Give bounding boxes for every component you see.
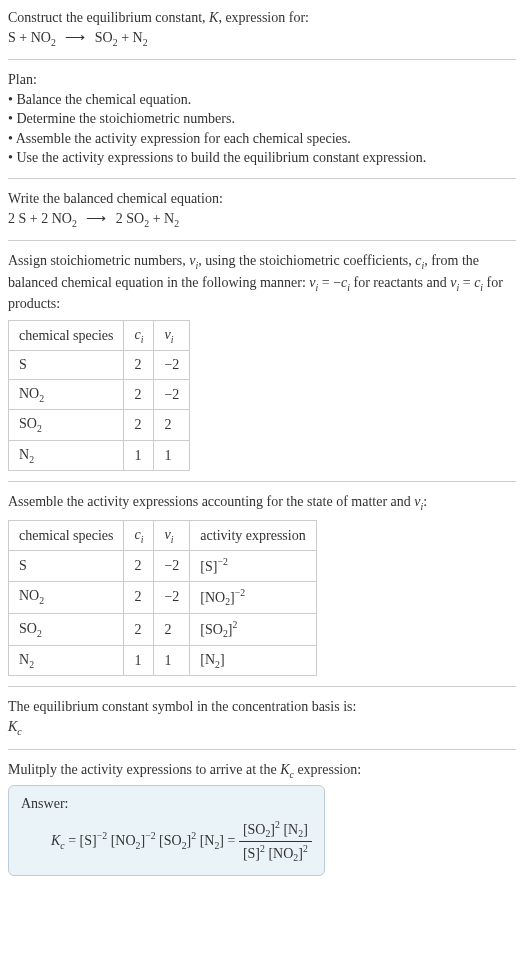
equals: = [227, 832, 238, 847]
species-cell: SO2 [9, 613, 124, 645]
term: ] [303, 821, 308, 836]
table-header-row: chemical species ci νi activity expressi… [9, 520, 317, 551]
table-row: S 2 −2 [9, 351, 190, 380]
col-ci: ci [124, 320, 154, 351]
expr: [SO [200, 621, 223, 636]
term: [SO [243, 821, 266, 836]
superscript: −2 [235, 587, 245, 598]
nui-cell: 2 [154, 613, 190, 645]
expr: [N [200, 652, 215, 667]
equals: = [65, 832, 80, 847]
assign-block: Assign stoichiometric numbers, νi, using… [8, 251, 516, 314]
text: Assign stoichiometric numbers, [8, 253, 189, 268]
answer-label: Answer: [21, 794, 312, 814]
expr: ] [220, 652, 225, 667]
subscript: i [171, 534, 174, 545]
species-cell: N2 [9, 440, 124, 471]
plan-item: • Balance the chemical equation. [8, 90, 516, 110]
term: [NO [268, 845, 293, 860]
term: [N [283, 821, 298, 836]
table-row: N2 1 1 [N2] [9, 645, 317, 676]
rhs: + N [118, 30, 143, 45]
subscript: 2 [39, 595, 44, 606]
species-cell: N2 [9, 645, 124, 676]
text: = [459, 275, 474, 290]
text: Mulitply the activity expressions to arr… [8, 762, 280, 777]
species-text: SO [19, 621, 37, 636]
subscript: 2 [174, 217, 179, 228]
nui-cell: −2 [154, 581, 190, 613]
unbalanced-equation: S + NO2 ⟶ SO2 + N2 [8, 28, 516, 50]
nui-cell: 1 [154, 440, 190, 471]
balanced-equation: 2 S + 2 NO2 ⟶ 2 SO2 + N2 [8, 209, 516, 231]
divider [8, 59, 516, 60]
superscript: −2 [97, 830, 107, 841]
term: [NO [111, 832, 136, 847]
ci-cell: 2 [124, 351, 154, 380]
text: : [423, 494, 427, 509]
divider [8, 749, 516, 750]
superscript: −2 [145, 830, 155, 841]
species-text: S [19, 357, 27, 372]
species-cell: S [9, 351, 124, 380]
plan-title: Plan: [8, 70, 516, 90]
species-text: SO [19, 416, 37, 431]
subscript: 2 [37, 423, 42, 434]
species-cell: SO2 [9, 410, 124, 441]
text: Assemble the activity expressions accoun… [8, 494, 414, 509]
ci-cell: 2 [124, 613, 154, 645]
rhs: SO [95, 30, 113, 45]
col-nui: νi [154, 320, 190, 351]
balanced-block: Write the balanced chemical equation: 2 … [8, 189, 516, 230]
species-cell: NO2 [9, 379, 124, 410]
subscript: i [141, 534, 144, 545]
subscript: 2 [72, 217, 77, 228]
activity-table: chemical species ci νi activity expressi… [8, 520, 317, 677]
subscript: 2 [143, 36, 148, 47]
plan-item: • Assemble the activity expression for e… [8, 129, 516, 149]
rhs: + N [149, 211, 174, 226]
ci-cell: 2 [124, 551, 154, 581]
table-row: SO2 2 2 [9, 410, 190, 441]
subscript: i [171, 334, 174, 345]
nui-cell: −2 [154, 351, 190, 380]
term: [S] [80, 832, 97, 847]
term: [S] [243, 845, 260, 860]
species-text: NO [19, 386, 39, 401]
table-header-row: chemical species ci νi [9, 320, 190, 351]
rhs: 2 SO [116, 211, 144, 226]
lhs: S + NO [8, 30, 51, 45]
text: expression: [294, 762, 361, 777]
nui-cell: −2 [154, 379, 190, 410]
subscript: 2 [51, 36, 56, 47]
K-symbol: K [280, 762, 289, 777]
answer-expression: Kc = [S]−2 [NO2]−2 [SO2]2 [N2] = [SO2]2 … [21, 814, 312, 865]
answer-box: Answer: Kc = [S]−2 [NO2]−2 [SO2]2 [N2] =… [8, 785, 325, 876]
ci-cell: 2 [124, 581, 154, 613]
nui-cell: 1 [154, 645, 190, 676]
table-row: S 2 −2 [S]−2 [9, 551, 317, 581]
col-species: chemical species [9, 320, 124, 351]
text: = − [318, 275, 341, 290]
stoich-table: chemical species ci νi S 2 −2 NO2 2 −2 S… [8, 320, 190, 472]
table-row: NO2 2 −2 [9, 379, 190, 410]
subscript: 2 [29, 659, 34, 670]
species-text: N [19, 652, 29, 667]
arrow-icon: ⟶ [80, 211, 112, 226]
assemble-text: Assemble the activity expressions accoun… [8, 492, 516, 514]
term: [SO [159, 832, 182, 847]
lhs: 2 S + 2 NO [8, 211, 72, 226]
divider [8, 240, 516, 241]
ksymbol-text: The equilibrium constant symbol in the c… [8, 697, 516, 717]
plan-block: Plan: • Balance the chemical equation. •… [8, 70, 516, 168]
species-cell: S [9, 551, 124, 581]
plan-item: • Use the activity expressions to build … [8, 148, 516, 168]
activity-cell: [N2] [190, 645, 316, 676]
denominator: [S]2 [NO2]2 [239, 842, 312, 865]
divider [8, 481, 516, 482]
col-ci: ci [124, 520, 154, 551]
activity-cell: [NO2]−2 [190, 581, 316, 613]
K-symbol: K [209, 10, 218, 25]
species-text: NO [19, 588, 39, 603]
numerator: [SO2]2 [N2] [239, 818, 312, 842]
